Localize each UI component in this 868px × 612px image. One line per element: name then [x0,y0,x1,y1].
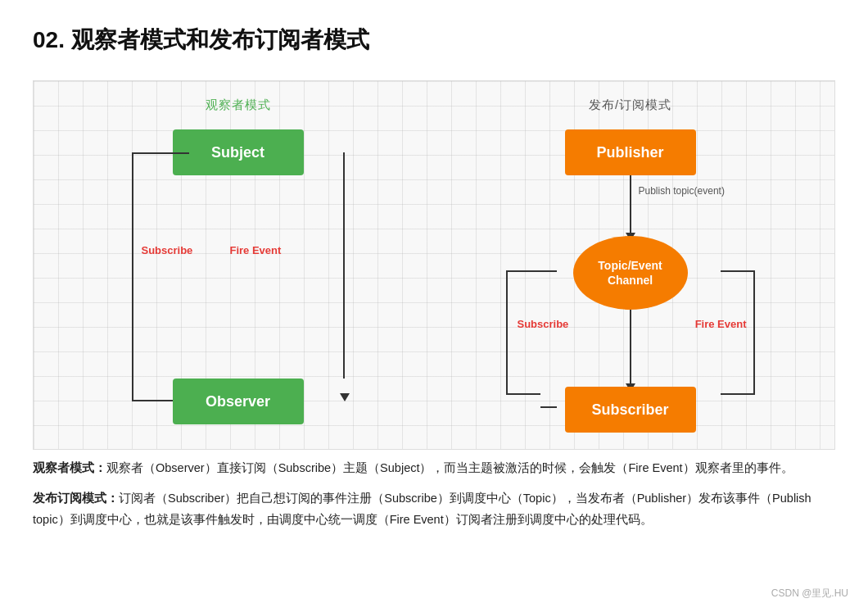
desc1-bold: 观察者模式： [33,461,106,474]
obs-fireevent-label: Fire Event [230,244,282,256]
pub-bracket-line-top [540,270,557,272]
channel-circle: Topic/EventChannel [573,236,688,310]
observer-diagram: Subject Subscribe Fire Event Observer [124,129,353,424]
pubsub-label: 发布/订阅模式 [589,97,671,113]
pub-fireevent-label: Fire Event [695,318,747,330]
desc2-text: 订阅者（Subscriber）把自己想订阅的事件注册（Subscribe）到调度… [33,492,811,525]
observer-section: 观察者模式 Subject Subscribe Fire Event Obser… [42,97,434,424]
pub-to-channel-line [630,175,631,236]
page-title: 02. 观察者模式和发布订阅者模式 [33,25,835,56]
desc2: 发布订阅模式：订阅者（Subscriber）把自己想订阅的事件注册（Subscr… [33,488,835,530]
pubsub-diagram: Publisher Publish topic(event) Topic/Eve… [500,129,762,433]
desc1: 观察者模式：观察者（Observer）直接订阅（Subscribe）主题（Sub… [33,458,835,478]
desc2-bold: 发布订阅模式： [33,492,119,505]
description: 观察者模式：观察者（Observer）直接订阅（Subscribe）主题（Sub… [33,458,835,530]
obs-right-line [343,152,345,379]
diagram-area: 观察者模式 Subject Subscribe Fire Event Obser… [33,80,835,450]
pub-bracket [506,270,540,395]
subject-box: Subject [173,129,304,175]
obs-right-arrow [340,393,350,401]
desc1-text: 观察者（Observer）直接订阅（Subscribe）主题（Subject），… [106,461,793,474]
obs-line-top [165,152,189,154]
publish-topic-label: Publish topic(event) [639,185,725,197]
publisher-box: Publisher [565,129,696,175]
pub-bracket-line-bottom [540,406,557,408]
watermark: CSDN @里见.HU [771,587,848,601]
subscriber-box: Subscriber [565,387,696,433]
pub-right-bracket [721,270,755,395]
observer-box: Observer [173,379,304,424]
observer-label: 观察者模式 [206,97,271,113]
obs-bracket [132,152,165,401]
pub-subscribe-label: Subscribe [518,318,569,330]
pubsub-section: 发布/订阅模式 Publisher Publish topic(event) T… [434,97,826,433]
obs-subscribe-label: Subscribe [142,244,193,256]
channel-to-sub-line [630,310,631,387]
